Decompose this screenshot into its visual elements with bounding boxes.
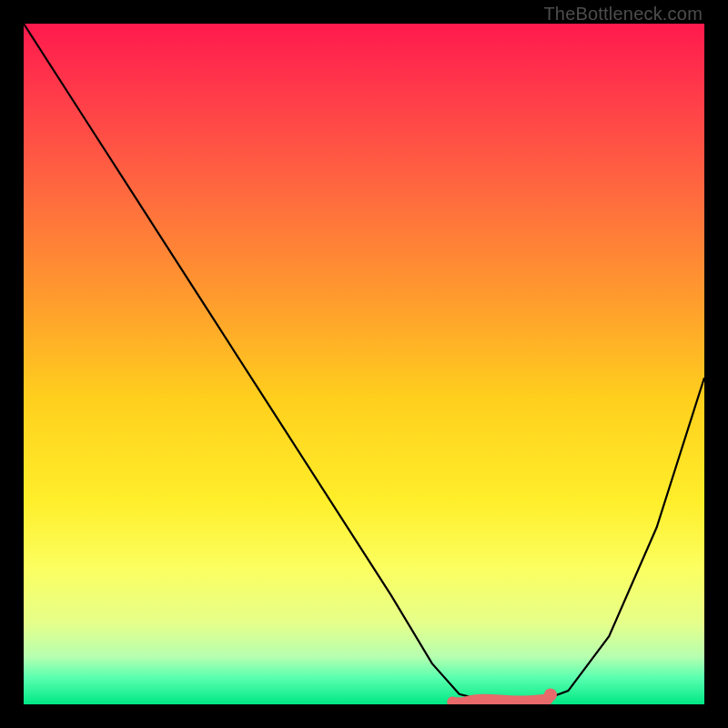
- plot-area: [24, 24, 704, 704]
- watermark-text: TheBottleneck.com: [543, 4, 703, 25]
- curve-path: [24, 24, 704, 701]
- flat-end-dot: [544, 689, 557, 702]
- flat-segment: [452, 700, 548, 703]
- bottleneck-curve: [24, 24, 704, 704]
- chart-frame: TheBottleneck.com: [0, 0, 728, 728]
